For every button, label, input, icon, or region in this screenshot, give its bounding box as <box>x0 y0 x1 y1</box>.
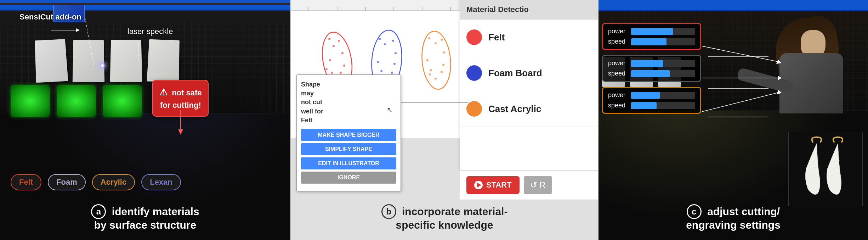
panel-b: Shapemaynot cutwell forFelt MAKE SHAPE B… <box>290 0 598 240</box>
label-arrow <box>51 25 80 35</box>
svg-line-0 <box>85 18 94 66</box>
machine-frame-top <box>0 0 290 11</box>
material-detection-panel: Material Detectio Felt Foam Board Cast A… <box>460 0 598 170</box>
power-bar-bg-1 <box>631 28 695 35</box>
svg-point-28 <box>377 61 379 63</box>
svg-point-33 <box>393 63 396 65</box>
power-bar-fill-2 <box>631 60 663 67</box>
panel-a-label-circle: a <box>91 204 106 219</box>
lexan-pill: Lexan <box>141 174 181 190</box>
laser-speckle-label: laser speckle <box>127 27 173 37</box>
svg-point-29 <box>380 70 382 72</box>
svg-point-36 <box>435 42 437 44</box>
warning-icon: ⚠ <box>159 87 168 97</box>
felt-name: Felt <box>488 32 505 43</box>
svg-point-22 <box>343 65 345 67</box>
settings-box-orange: power speed <box>602 87 701 114</box>
settings-box-red: power speed <box>602 23 701 50</box>
start-button[interactable]: START <box>466 176 520 194</box>
felt-pill: Felt <box>11 174 41 190</box>
start-label: START <box>486 180 512 190</box>
power-bar-bg-2 <box>631 60 695 67</box>
foam-dot <box>466 65 482 81</box>
power-label-2: power <box>608 60 628 67</box>
svg-point-40 <box>430 69 432 71</box>
panel-a-footer: a identify materialsby surface structure <box>0 204 290 231</box>
shape-dialog: Shapemaynot cutwell forFelt MAKE SHAPE B… <box>296 74 401 191</box>
refresh-button[interactable]: ↺ R <box>524 176 552 194</box>
svg-point-35 <box>428 37 430 39</box>
svg-line-57 <box>702 46 780 62</box>
power-row-2: power <box>608 60 695 67</box>
green-patch-1 <box>11 85 50 117</box>
play-triangle <box>477 183 481 188</box>
laser-rail <box>0 3 290 5</box>
cursor-icon: ↖ <box>387 106 393 114</box>
diagonal-arrows <box>702 32 790 156</box>
ignore-button[interactable]: IGNORE <box>301 172 396 184</box>
panel-b-label-circle: b <box>381 204 396 219</box>
ruler-ticks <box>291 0 482 11</box>
foam-name: Foam Board <box>488 68 542 79</box>
make-shape-bigger-button[interactable]: MAKE SHAPE BIGGER <box>301 129 396 141</box>
green-patch-2 <box>57 85 96 117</box>
power-row-1: power <box>608 28 695 35</box>
svg-point-25 <box>384 43 386 45</box>
svg-point-38 <box>443 51 445 54</box>
svg-point-44 <box>442 64 444 66</box>
power-label-3: power <box>608 91 628 99</box>
edit-in-illustrator-button[interactable]: EDIT IN ILLUSTRATOR <box>301 157 396 169</box>
start-icon <box>474 181 483 189</box>
svg-point-37 <box>441 39 443 41</box>
dialog-connection-line <box>401 88 472 116</box>
settings-box-dark: power speed <box>602 55 701 82</box>
speed-label-1: speed <box>608 38 628 45</box>
svg-point-39 <box>426 59 429 61</box>
speed-row-3: speed <box>608 102 695 109</box>
ruler-top <box>291 0 482 11</box>
svg-point-42 <box>435 78 437 80</box>
power-bar-fill-1 <box>631 28 673 35</box>
panel-a: SensiCut add-on laser speckle ⚠ not safe… <box>0 0 290 240</box>
speed-bar-bg-1 <box>631 38 695 45</box>
svg-point-21 <box>331 72 333 74</box>
speed-row-2: speed <box>608 70 695 77</box>
material-item-foam: Foam Board <box>460 55 598 91</box>
material-item-acrylic: Cast Acrylic <box>460 91 598 127</box>
svg-point-17 <box>329 59 331 61</box>
foam-pill: Foam <box>48 174 86 190</box>
speed-bar-fill-3 <box>631 102 657 109</box>
speckle-arrow <box>131 42 152 70</box>
simplify-shape-button[interactable]: SIMPLIFY SHAPE <box>301 143 396 155</box>
power-row-3: power <box>608 91 695 99</box>
green-patch-3 <box>103 85 142 117</box>
green-patches-container <box>11 85 142 117</box>
panel-b-title: incorporate material-specific knowledge <box>396 206 507 231</box>
dialog-text: Shapemaynot cutwell forFelt <box>301 80 396 125</box>
acrylic-name: Cast Acrylic <box>488 104 541 115</box>
sensicut-label: SensiCut add-on <box>19 12 81 22</box>
white-sheet-1 <box>35 39 68 83</box>
speed-label-3: speed <box>608 102 628 109</box>
warning-arrow <box>175 110 186 135</box>
svg-point-15 <box>338 40 340 42</box>
svg-point-24 <box>379 38 381 40</box>
acrylic-pill: Acrylic <box>92 174 135 190</box>
earrings-svg <box>790 134 861 205</box>
material-panel-title: Material Detectio <box>460 0 598 19</box>
svg-point-41 <box>441 71 443 73</box>
panel-c: power speed power <box>598 0 868 240</box>
svg-point-18 <box>325 68 328 70</box>
panel-c-label-circle: c <box>687 204 702 219</box>
svg-point-16 <box>341 52 344 54</box>
svg-point-43 <box>429 73 431 76</box>
svg-point-14 <box>333 45 335 47</box>
svg-point-27 <box>395 52 397 54</box>
speed-bar-bg-2 <box>631 70 695 77</box>
panel-b-footer: b incorporate material-specific knowledg… <box>291 204 598 231</box>
speed-row-1: speed <box>608 38 695 45</box>
svg-marker-5 <box>178 129 183 135</box>
panel-c-footer: c adjust cutting/engraving settings <box>598 204 868 231</box>
speed-bar-bg-3 <box>631 102 695 109</box>
svg-point-34 <box>420 30 453 90</box>
